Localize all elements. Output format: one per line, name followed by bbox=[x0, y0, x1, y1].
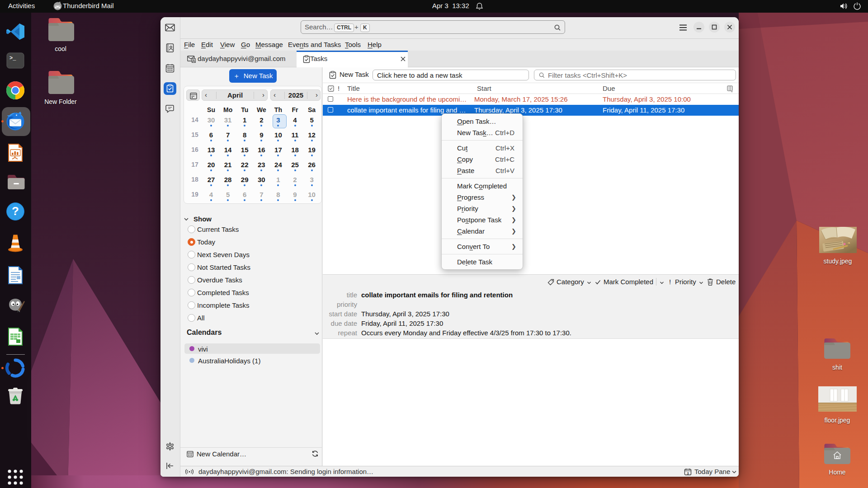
svg-text:?: ? bbox=[12, 204, 19, 218]
svg-text:>_: >_ bbox=[9, 55, 16, 61]
svg-text:3: 3 bbox=[687, 471, 689, 475]
